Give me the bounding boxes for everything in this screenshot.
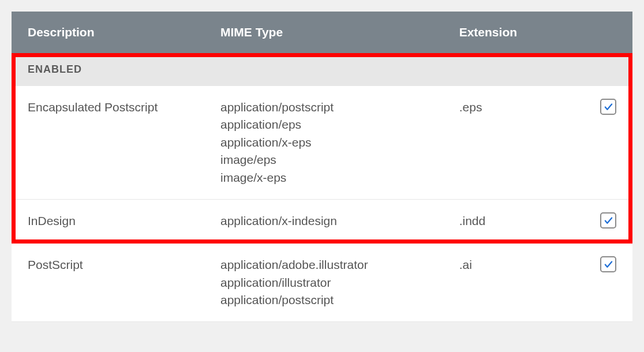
mime-type-value: application/x-indesign bbox=[220, 212, 427, 230]
mime-type-value: application/eps bbox=[220, 116, 427, 133]
mime-type-value: image/x-eps bbox=[220, 169, 427, 186]
table-row: PostScriptapplication/adobe.illustratora… bbox=[12, 244, 632, 322]
cell-description: PostScript bbox=[12, 244, 204, 322]
cell-mime-types: application/postscriptapplication/epsapp… bbox=[204, 86, 443, 200]
checkmark-icon bbox=[604, 216, 613, 226]
cell-extension: .ai bbox=[443, 244, 569, 322]
mime-type-value: application/x-eps bbox=[220, 134, 427, 151]
cell-description: InDesign bbox=[12, 200, 204, 244]
mime-type-value: application/illustrator bbox=[220, 274, 427, 291]
table-row: Encapsulated Postscriptapplication/posts… bbox=[12, 86, 632, 200]
enable-checkbox[interactable] bbox=[600, 212, 616, 229]
mime-type-value: application/adobe.illustrator bbox=[220, 256, 427, 274]
header-description: Description bbox=[12, 12, 204, 53]
mime-type-value: application/postscript bbox=[220, 291, 427, 309]
mime-type-value: image/eps bbox=[220, 151, 427, 168]
enable-checkbox[interactable] bbox=[600, 99, 616, 115]
cell-checkbox bbox=[569, 200, 632, 244]
mime-type-value: application/postscript bbox=[220, 99, 427, 116]
mime-types-table: Description MIME Type Extension ENABLED … bbox=[12, 12, 632, 322]
cell-checkbox bbox=[569, 244, 632, 322]
header-mime: MIME Type bbox=[204, 12, 443, 53]
section-label: ENABLED bbox=[12, 53, 632, 86]
header-checkbox-col bbox=[569, 12, 632, 53]
checkmark-icon bbox=[604, 102, 613, 112]
checkmark-icon bbox=[604, 260, 613, 269]
table-row: InDesignapplication/x-indesign.indd bbox=[12, 200, 632, 244]
table-header-row: Description MIME Type Extension bbox=[12, 12, 632, 53]
cell-mime-types: application/adobe.illustratorapplication… bbox=[204, 244, 443, 322]
enable-checkbox[interactable] bbox=[600, 256, 616, 272]
cell-checkbox bbox=[569, 86, 632, 200]
cell-extension: .eps bbox=[443, 86, 569, 200]
section-enabled: ENABLED bbox=[12, 53, 632, 86]
cell-description: Encapsulated Postscript bbox=[12, 86, 204, 200]
cell-mime-types: application/x-indesign bbox=[204, 200, 443, 244]
cell-extension: .indd bbox=[443, 200, 569, 244]
header-extension: Extension bbox=[443, 12, 569, 53]
